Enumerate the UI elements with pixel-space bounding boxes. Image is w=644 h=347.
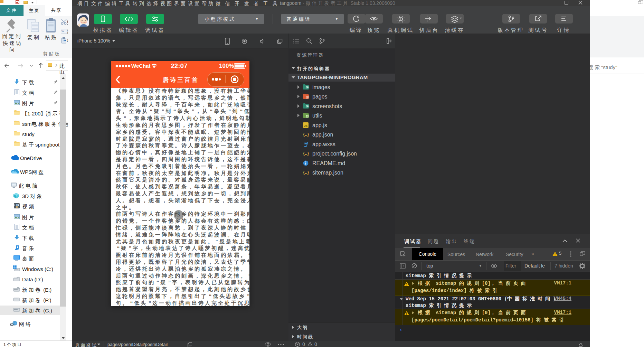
svg-text:JS: JS bbox=[304, 124, 307, 128]
svg-text:W..: W.. bbox=[61, 30, 66, 33]
